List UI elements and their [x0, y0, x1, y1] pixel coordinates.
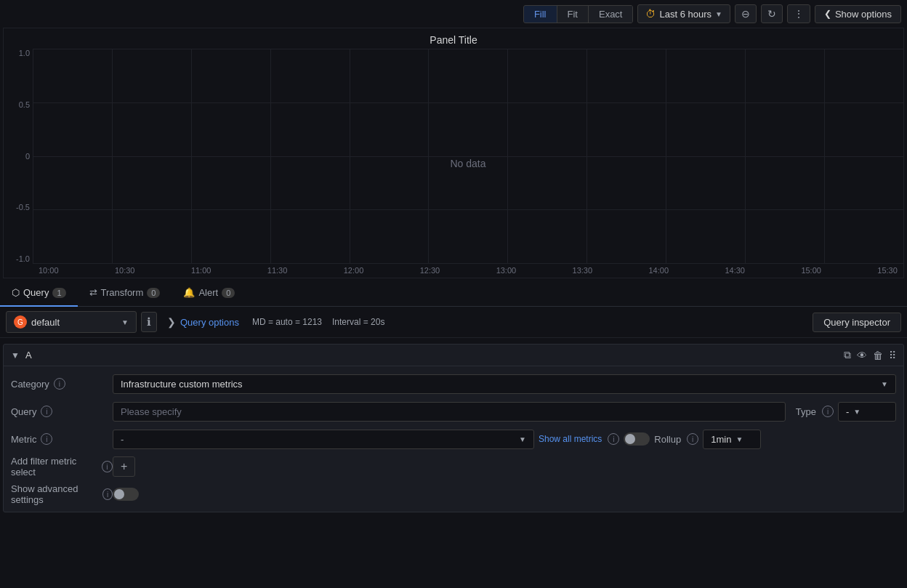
advanced-settings-control: [113, 488, 896, 501]
x-label: 10:30: [115, 266, 135, 275]
add-filter-button[interactable]: +: [113, 456, 135, 477]
refresh-button[interactable]: ↻: [761, 4, 783, 23]
query-block-a: ▼ A ⧉ 👁 🗑 ⠿ Category i Infrastructure cu…: [3, 344, 904, 512]
more-options-button[interactable]: ⋮: [787, 4, 810, 23]
toggle-knob: [625, 434, 635, 444]
show-options-button[interactable]: ❮ Show options: [815, 5, 901, 23]
query-info-icon[interactable]: i: [41, 406, 52, 417]
grid-v-line: [666, 49, 666, 263]
x-label: 13:30: [573, 266, 593, 275]
query-options-button[interactable]: Query options: [180, 317, 239, 328]
query-tab-badge: 1: [52, 288, 65, 298]
chart-x-axis: 10:00 10:30 11:00 11:30 12:00 12:30 13:0…: [33, 263, 903, 278]
zoom-out-button[interactable]: ⊖: [735, 4, 757, 23]
delete-icon[interactable]: 🗑: [873, 350, 883, 361]
advanced-info-icon[interactable]: i: [102, 488, 113, 500]
alert-tab-label: Alert: [198, 287, 218, 298]
x-label: 12:30: [420, 266, 440, 275]
add-filter-control: +: [113, 456, 896, 477]
category-control: Infrastructure custom metrics ▼: [113, 374, 896, 394]
grid-v-line: [903, 49, 904, 263]
grid-v-line: [350, 49, 350, 263]
metric-select[interactable]: - ▼: [113, 430, 534, 449]
show-all-info-icon[interactable]: i: [608, 433, 619, 445]
query-form: Category i Infrastructure custom metrics…: [4, 366, 903, 512]
metric-info-icon[interactable]: i: [41, 433, 52, 445]
query-input[interactable]: [113, 402, 786, 422]
drag-icon[interactable]: ⠿: [889, 350, 896, 361]
metric-chevron-icon: ▼: [519, 435, 526, 443]
grid-v-line: [191, 49, 192, 263]
add-filter-row: Add filter metric select i +: [11, 455, 896, 478]
datasource-info-button[interactable]: ℹ: [141, 312, 157, 332]
alert-tab-icon: 🔔: [183, 287, 195, 298]
query-input-control: Type i - ▼: [113, 402, 896, 422]
time-range-label: Last 6 hours: [659, 9, 712, 20]
grid-v-line: [745, 49, 746, 263]
x-label: 10:00: [39, 266, 59, 275]
datasource-select[interactable]: G default ▼: [6, 311, 137, 333]
fit-button[interactable]: Fit: [557, 6, 589, 23]
x-label: 14:30: [725, 266, 745, 275]
y-label-3: 0: [25, 152, 30, 161]
query-inspector-button[interactable]: Query inspector: [813, 313, 901, 332]
fill-button[interactable]: Fill: [524, 6, 557, 23]
metric-toggle[interactable]: [624, 432, 650, 446]
x-label: 11:00: [191, 266, 211, 275]
grid-v-line: [270, 49, 271, 263]
query-input-row: Query i Type i - ▼: [11, 400, 896, 423]
rollup-info-icon[interactable]: i: [687, 433, 698, 445]
tab-alert[interactable]: 🔔 Alert 0: [172, 280, 246, 307]
metric-control: - ▼ Show all metrics i Rollup i 1min ▼: [113, 430, 896, 449]
rollup-label: Rollup: [654, 434, 681, 445]
y-label-5: -1.0: [16, 254, 30, 263]
type-select[interactable]: - ▼: [838, 402, 896, 422]
category-value: Infrastructure custom metrics: [121, 379, 243, 390]
transform-tab-label: Transform: [101, 287, 144, 298]
advanced-settings-toggle[interactable]: [113, 488, 139, 501]
advanced-settings-label: Show advanced settings i: [11, 483, 113, 505]
add-filter-info-icon[interactable]: i: [102, 461, 113, 472]
y-label-2: 0.5: [19, 100, 30, 109]
x-label: 11:30: [267, 266, 288, 275]
query-options-area: ❯ Query options MD = auto = 1213 Interva…: [161, 316, 808, 328]
type-chevron-icon: ▼: [853, 408, 860, 416]
copy-icon[interactable]: ⧉: [844, 349, 851, 361]
eye-icon[interactable]: 👁: [857, 350, 867, 361]
view-mode-group: Fill Fit Exact: [523, 5, 634, 23]
category-info-icon[interactable]: i: [54, 378, 65, 390]
query-options-chevron-icon[interactable]: ❯: [167, 316, 176, 328]
show-all-metrics-button[interactable]: Show all metrics: [539, 434, 602, 444]
query-tab-label: Query: [23, 287, 49, 298]
type-value: -: [846, 406, 849, 417]
transform-tab-icon: ⇄: [89, 287, 97, 298]
chevron-left-icon: ❮: [824, 9, 831, 19]
category-select[interactable]: Infrastructure custom metrics ▼: [113, 374, 896, 394]
chevron-down-icon: ▼: [715, 10, 722, 18]
tab-query[interactable]: ⬡ Query 1: [0, 280, 78, 307]
grid-v-line: [33, 49, 33, 263]
metric-label: Metric i: [11, 433, 113, 445]
info-icon: ℹ: [147, 315, 151, 329]
collapse-icon[interactable]: ▼: [11, 350, 20, 361]
datasource-icon: G: [14, 315, 27, 329]
category-chevron-icon: ▼: [881, 380, 888, 388]
grid-v-line: [507, 49, 508, 263]
category-row: Category i Infrastructure custom metrics…: [11, 372, 896, 395]
grid-v-line: [428, 49, 429, 263]
type-label: Type: [796, 406, 816, 417]
more-icon: ⋮: [794, 8, 804, 20]
tab-transform[interactable]: ⇄ Transform 0: [78, 280, 172, 307]
chart-area: Panel Title 1.0 0.5 0 -0.5 -1.0 No data …: [3, 28, 904, 278]
type-info-icon[interactable]: i: [822, 406, 834, 417]
no-data-label: No data: [450, 158, 485, 169]
chart-grid: No data: [33, 49, 903, 263]
advanced-settings-row: Show advanced settings i: [11, 483, 896, 506]
time-range-button[interactable]: ⏱ Last 6 hours ▼: [637, 4, 730, 23]
rollup-chevron-icon: ▼: [735, 435, 743, 443]
category-label: Category i: [11, 378, 113, 390]
exact-button[interactable]: Exact: [589, 6, 633, 23]
rollup-select[interactable]: 1min ▼: [703, 430, 761, 449]
clock-icon: ⏱: [645, 8, 656, 20]
metric-value: -: [121, 434, 124, 445]
